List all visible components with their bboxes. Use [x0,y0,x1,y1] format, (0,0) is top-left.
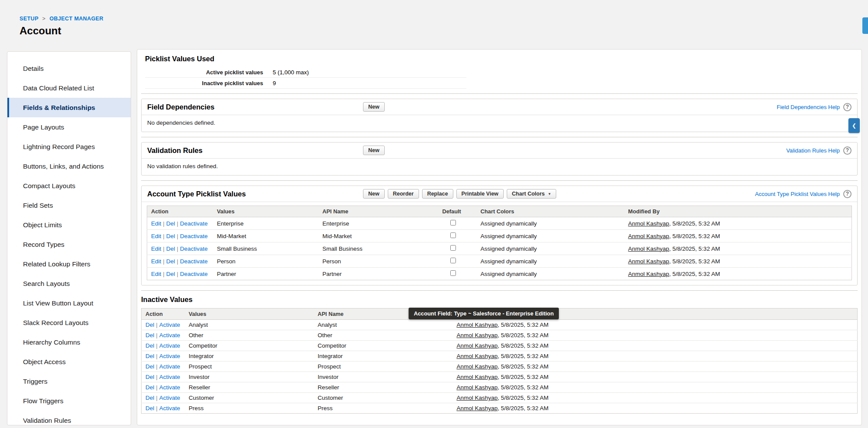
breadcrumb-object-manager-link[interactable]: OBJECT MANAGER [50,16,103,22]
printable-view-button[interactable]: Printable View [456,189,504,199]
sidebar-item[interactable]: Lightning Record Pages [7,137,131,156]
activate-link[interactable]: Activate [159,374,180,380]
detail-label: Active picklist values [145,69,263,76]
activate-link[interactable]: Activate [159,342,180,349]
sidebar-item[interactable]: Triggers [7,372,131,391]
help-icon[interactable]: ? [843,190,851,198]
default-checkbox[interactable] [450,270,456,276]
help-icon[interactable]: ? [843,103,851,111]
collapse-tab[interactable]: ❮ [848,118,860,133]
sidebar-item[interactable]: Hierarchy Columns [7,332,131,352]
edit-link[interactable]: Edit [151,246,161,252]
scroll-tab-top[interactable] [862,17,868,34]
deactivate-link[interactable]: Deactivate [180,258,208,265]
column-header-chart-colors: Chart Colors [477,206,624,217]
reorder-button[interactable]: Reorder [388,189,419,199]
value-cell: Investor [185,372,314,382]
sidebar-item[interactable]: Validation Rules [7,411,131,425]
edit-link[interactable]: Edit [151,233,161,239]
sidebar-item[interactable]: Record Types [7,235,131,254]
sidebar-item[interactable]: Compact Layouts [7,176,131,196]
modified-by-link[interactable]: Anmol Kashyap [457,342,498,349]
sidebar-item[interactable]: Field Sets [7,196,131,215]
deactivate-link[interactable]: Deactivate [180,233,208,239]
del-link[interactable]: Del [145,322,154,328]
activate-link[interactable]: Activate [159,332,180,338]
modified-by-link[interactable]: Anmol Kashyap [457,395,498,401]
default-checkbox[interactable] [450,245,456,251]
section-divider [141,93,858,94]
del-link[interactable]: Del [145,363,154,370]
new-button[interactable]: New [363,189,385,199]
modified-date: , 5/8/2025, 5:32 AM [498,405,548,411]
del-link[interactable]: Del [166,220,175,227]
field-dependencies-help-link[interactable]: Field Dependencies Help [777,104,840,110]
detail-value: 9 [263,80,276,86]
del-link[interactable]: Del [166,271,175,277]
picklist-values-table: Action Values API Name Default Chart Col… [147,206,852,280]
picklist-value-row: Edit|Del|Deactivate Mid-Market Mid-Marke… [147,230,852,242]
validation-rules-help-link[interactable]: Validation Rules Help [786,147,840,154]
breadcrumb-setup-link[interactable]: SETUP [20,16,38,22]
activate-link[interactable]: Activate [159,384,180,391]
activate-link[interactable]: Activate [159,363,180,370]
deactivate-link[interactable]: Deactivate [180,220,208,227]
picklist-values-help-link[interactable]: Account Type Picklist Values Help [755,191,840,197]
del-link[interactable]: Del [145,384,154,391]
modified-by-link[interactable]: Anmol Kashyap [457,374,498,380]
del-link[interactable]: Del [145,395,154,401]
sidebar-item[interactable]: Flow Triggers [7,391,131,411]
del-link[interactable]: Del [166,246,175,252]
default-checkbox[interactable] [450,258,456,263]
default-checkbox[interactable] [450,220,456,226]
del-link[interactable]: Del [145,405,154,411]
sidebar-item[interactable]: Fields & Relationships [7,98,131,117]
edit-link[interactable]: Edit [151,258,161,265]
sidebar-item[interactable]: Object Limits [7,215,131,235]
field-dependencies-new-button[interactable]: New [363,102,385,112]
deactivate-link[interactable]: Deactivate [180,271,208,277]
sidebar-item[interactable]: Data Cloud Related List [7,78,131,98]
modified-by-link[interactable]: Anmol Kashyap [457,405,498,411]
del-link[interactable]: Del [145,374,154,380]
modified-by-link[interactable]: Anmol Kashyap [457,332,498,338]
sidebar-item[interactable]: Related Lookup Filters [7,254,131,274]
modified-by-link[interactable]: Anmol Kashyap [457,353,498,359]
action-separator: | [163,271,165,277]
modified-by-link[interactable]: Anmol Kashyap [628,271,670,277]
activate-link[interactable]: Activate [159,353,180,359]
sidebar-item[interactable]: List View Button Layout [7,293,131,313]
modified-by-link[interactable]: Anmol Kashyap [457,363,498,370]
deactivate-link[interactable]: Deactivate [180,246,208,252]
modified-by-link[interactable]: Anmol Kashyap [457,322,498,328]
picklist-values-header: Account Type Picklist Values New Reorder… [142,186,857,202]
del-link[interactable]: Del [166,233,175,239]
help-icon[interactable]: ? [843,146,851,155]
activate-link[interactable]: Activate [159,322,180,328]
modified-by-link[interactable]: Anmol Kashyap [628,220,670,227]
activate-link[interactable]: Activate [159,395,180,401]
activate-link[interactable]: Activate [159,405,180,411]
row-actions: Edit|Del|Deactivate [147,230,213,242]
default-checkbox[interactable] [450,232,456,238]
del-link[interactable]: Del [145,353,154,359]
sidebar-item[interactable]: Buttons, Links, and Actions [7,156,131,176]
modified-by-link[interactable]: Anmol Kashyap [628,258,670,265]
sidebar-item[interactable]: Page Layouts [7,117,131,137]
modified-by-link[interactable]: Anmol Kashyap [628,233,670,239]
chart-colors-button[interactable]: Chart Colors ▼ [507,189,557,199]
modified-by-link[interactable]: Anmol Kashyap [457,384,498,391]
edit-link[interactable]: Edit [151,271,161,277]
modified-date: , 5/8/2025, 5:32 AM [669,246,720,252]
edit-link[interactable]: Edit [151,220,161,227]
modified-by-link[interactable]: Anmol Kashyap [628,246,670,252]
sidebar-item[interactable]: Object Access [7,352,131,372]
sidebar-item[interactable]: Search Layouts [7,274,131,293]
del-link[interactable]: Del [145,332,154,338]
sidebar-item[interactable]: Slack Record Layouts [7,313,131,332]
del-link[interactable]: Del [145,342,154,349]
replace-button[interactable]: Replace [422,189,453,199]
sidebar-item[interactable]: Details [7,59,131,78]
validation-rules-new-button[interactable]: New [363,146,385,155]
del-link[interactable]: Del [166,258,175,265]
